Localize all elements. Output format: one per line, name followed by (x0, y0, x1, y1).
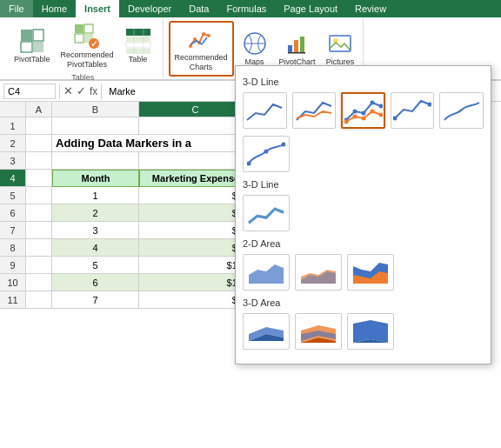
cell-b9[interactable]: 5 (52, 257, 139, 274)
cell-b3[interactable] (52, 152, 139, 170)
row-num-6[interactable]: 6 (0, 204, 26, 222)
tab-file[interactable]: File (0, 0, 33, 17)
chart-option-line4[interactable] (391, 92, 435, 129)
chart-row-2dline (243, 92, 484, 129)
section-title-2darea: 2-D Area (243, 238, 484, 249)
tables-group-label: Tables (71, 71, 94, 82)
formula-divider-2 (101, 84, 102, 99)
confirm-formula-icon[interactable]: ✓ (77, 84, 86, 97)
pivottable-button[interactable]: PivotTable (10, 25, 54, 66)
svg-rect-12 (126, 43, 150, 48)
chart-option-3darea1[interactable] (243, 313, 290, 350)
cell-a5[interactable] (26, 187, 52, 204)
svg-point-17 (193, 37, 197, 41)
row-num-4[interactable]: 4 (0, 170, 26, 187)
svg-rect-11 (126, 37, 150, 42)
tab-formulas[interactable]: Formulas (217, 0, 275, 17)
cell-b2-title[interactable]: Adding Data Markers in a (52, 135, 252, 152)
pivotchart-button[interactable]: PivotChart (276, 28, 319, 69)
row-num-11[interactable]: 11 (0, 291, 26, 309)
tab-home[interactable]: Home (33, 0, 76, 17)
chart-row-3darea (243, 313, 484, 350)
tab-insert[interactable]: Insert (76, 0, 119, 17)
recommended-pivottables-label: RecommendedPivotTables (61, 50, 114, 70)
cell-a4[interactable] (26, 170, 52, 187)
cell-b6[interactable]: 2 (52, 204, 139, 222)
grid-row-3 (26, 152, 252, 170)
cell-b4-month-header[interactable]: Month (52, 170, 139, 187)
pictures-button[interactable]: Pictures (323, 28, 358, 69)
cell-a8[interactable] (26, 239, 52, 257)
chart-option-line2[interactable] (292, 92, 337, 129)
cell-b7[interactable]: 3 (52, 222, 139, 239)
cell-a2[interactable] (26, 135, 52, 152)
chart-dropdown-panel: 3-D Line (235, 65, 491, 364)
recommended-charts-button[interactable]: RecommendedCharts (171, 23, 231, 74)
chart-option-3darea2[interactable] (295, 313, 342, 350)
pictures-icon (326, 30, 354, 57)
grid-row-2: Adding Data Markers in a (26, 135, 252, 152)
row-num-3[interactable]: 3 (0, 152, 26, 170)
svg-point-42 (264, 150, 269, 154)
chart-option-3darea3[interactable] (347, 313, 394, 350)
row-num-8[interactable]: 8 (0, 239, 26, 257)
chart-row-2darea (243, 254, 484, 291)
cancel-formula-icon[interactable]: ✕ (63, 84, 73, 97)
svg-point-32 (370, 101, 374, 105)
cell-a9[interactable] (26, 257, 52, 274)
table-button[interactable]: Table (121, 25, 156, 66)
row-num-7[interactable]: 7 (0, 222, 26, 239)
cell-a10[interactable] (26, 274, 52, 291)
tab-data[interactable]: Data (180, 0, 217, 17)
cell-a3[interactable] (26, 152, 52, 170)
cell-b1[interactable] (52, 117, 139, 135)
cell-reference-box[interactable]: C4 (3, 84, 56, 99)
cell-a6[interactable] (26, 204, 52, 222)
cell-b11[interactable]: 7 (52, 291, 139, 309)
grid-row-5: 1 $56 (26, 187, 252, 204)
section-title-3dline: 3-D Line (243, 179, 484, 190)
table-icon (124, 27, 152, 55)
chart-option-area2[interactable] (295, 254, 342, 291)
row-num-5[interactable]: 5 (0, 187, 26, 204)
cell-a7[interactable] (26, 222, 52, 239)
svg-rect-4 (75, 24, 84, 33)
chart-option-line6[interactable] (243, 136, 290, 172)
chart-option-line-markers[interactable] (341, 92, 385, 129)
pivottable-label: PivotTable (14, 55, 50, 64)
recommended-charts-icon (187, 25, 215, 53)
recommended-pivottables-icon: ✓ (73, 23, 101, 50)
chart-option-line5[interactable] (439, 92, 484, 129)
formula-icons: ✕ ✓ fx (63, 84, 97, 97)
svg-point-35 (352, 115, 357, 119)
tab-developer[interactable]: Developer (119, 0, 180, 17)
svg-rect-0 (21, 30, 32, 41)
svg-rect-5 (84, 24, 93, 33)
recommended-charts-label: RecommendedCharts (175, 53, 228, 72)
chart-option-area3[interactable] (347, 254, 394, 291)
chart-option-3dline[interactable] (243, 195, 290, 231)
tab-page-layout[interactable]: Page Layout (275, 0, 346, 17)
row-num-2[interactable]: 2 (0, 135, 26, 152)
row-num-1[interactable]: 1 (0, 117, 26, 135)
chart-option-area1[interactable] (243, 254, 290, 291)
charts-highlighted-container: RecommendedCharts (169, 21, 234, 77)
cell-b8[interactable]: 4 (52, 239, 139, 257)
row-num-10[interactable]: 10 (0, 274, 26, 291)
chart-option-line1[interactable] (243, 92, 287, 129)
grid-row-6: 2 $67 (26, 204, 252, 222)
cell-a1[interactable] (26, 117, 52, 135)
cell-a11[interactable] (26, 291, 52, 309)
svg-rect-26 (288, 52, 305, 54)
row-num-9[interactable]: 9 (0, 257, 26, 274)
insert-function-icon[interactable]: fx (90, 85, 97, 97)
recommended-pivottables-button[interactable]: ✓ RecommendedPivotTables (57, 21, 117, 71)
cell-b5[interactable]: 1 (52, 187, 139, 204)
grid-row-10: 6 $125 (26, 274, 252, 291)
col-header-a[interactable]: A (26, 102, 52, 117)
tab-review[interactable]: Review (346, 0, 395, 17)
cell-b10[interactable]: 6 (52, 274, 139, 291)
col-header-b[interactable]: B (52, 102, 139, 117)
svg-point-31 (361, 111, 365, 116)
maps-button[interactable]: Maps (237, 28, 272, 69)
